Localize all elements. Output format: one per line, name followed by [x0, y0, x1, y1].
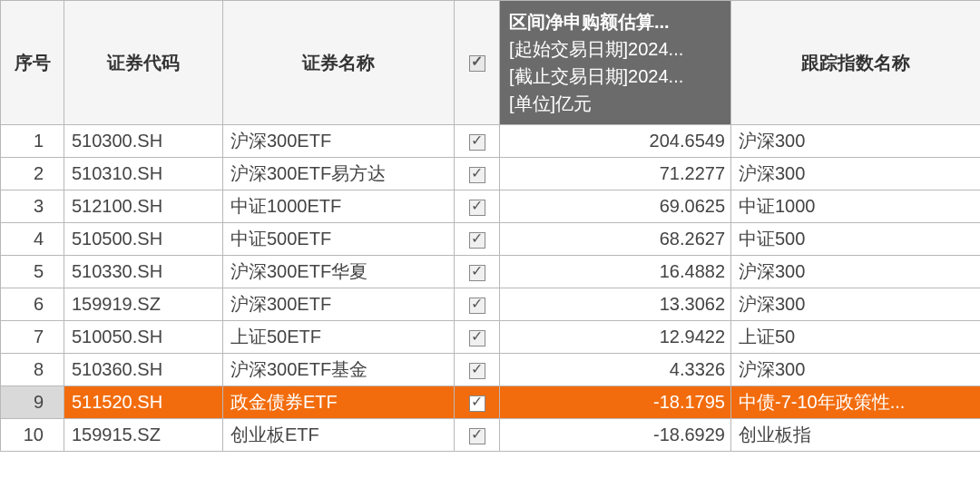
- cell-value: 16.4882: [500, 256, 731, 288]
- cell-name: 沪深300ETF: [223, 288, 455, 321]
- header-name[interactable]: 证券名称: [223, 1, 455, 125]
- cell-name: 创业板ETF: [223, 419, 455, 452]
- cell-name: 政金债券ETF: [223, 386, 455, 419]
- cell-code: 510310.SH: [64, 158, 223, 190]
- cell-code: 510300.SH: [64, 125, 223, 158]
- header-index[interactable]: 跟踪指数名称: [731, 1, 981, 125]
- cell-value: 71.2277: [500, 158, 731, 190]
- cell-name: 沪深300ETF易方达: [223, 158, 455, 190]
- cell-check[interactable]: [455, 419, 500, 452]
- cell-value: 204.6549: [500, 125, 731, 158]
- header-code[interactable]: 证券代码: [64, 1, 223, 125]
- checkbox-icon[interactable]: [469, 363, 485, 379]
- cell-number: 7: [1, 321, 64, 354]
- cell-index: 创业板指: [731, 419, 981, 452]
- cell-index: 沪深300: [731, 158, 981, 190]
- cell-index: 中证500: [731, 223, 981, 256]
- table-row[interactable]: 2510310.SH沪深300ETF易方达71.2277沪深300: [1, 158, 981, 190]
- cell-check[interactable]: [455, 288, 500, 321]
- header-value-line1: [起始交易日期]2024...: [509, 35, 721, 63]
- cell-code: 512100.SH: [64, 190, 223, 223]
- cell-name: 沪深300ETF华夏: [223, 256, 455, 288]
- cell-code: 159915.SZ: [64, 419, 223, 452]
- cell-check[interactable]: [455, 223, 500, 256]
- header-number[interactable]: 序号: [1, 1, 64, 125]
- cell-value: 13.3062: [500, 288, 731, 321]
- table-row[interactable]: 8510360.SH沪深300ETF基金4.3326沪深300: [1, 354, 981, 386]
- cell-value: 69.0625: [500, 190, 731, 223]
- cell-check[interactable]: [455, 386, 500, 419]
- cell-name: 中证1000ETF: [223, 190, 455, 223]
- cell-number: 8: [1, 354, 64, 386]
- cell-index: 沪深300: [731, 354, 981, 386]
- checkbox-icon[interactable]: [469, 298, 485, 314]
- header-value[interactable]: 区间净申购额估算... [起始交易日期]2024... [截止交易日期]2024…: [500, 1, 731, 125]
- table-row[interactable]: 6159919.SZ沪深300ETF13.3062沪深300: [1, 288, 981, 321]
- cell-name: 沪深300ETF基金: [223, 354, 455, 386]
- cell-index: 沪深300: [731, 256, 981, 288]
- cell-code: 510500.SH: [64, 223, 223, 256]
- table-row[interactable]: 10159915.SZ创业板ETF-18.6929创业板指: [1, 419, 981, 452]
- cell-number: 3: [1, 190, 64, 223]
- cell-code: 510050.SH: [64, 321, 223, 354]
- cell-check[interactable]: [455, 321, 500, 354]
- cell-index: 沪深300: [731, 288, 981, 321]
- checkbox-icon[interactable]: [469, 134, 485, 151]
- cell-index: 中债-7-10年政策性...: [731, 386, 981, 419]
- cell-number: 10: [1, 419, 64, 452]
- checkbox-icon[interactable]: [469, 428, 485, 444]
- cell-name: 上证50ETF: [223, 321, 455, 354]
- cell-code: 510330.SH: [64, 256, 223, 288]
- cell-value: 4.3326: [500, 354, 731, 386]
- checkbox-icon[interactable]: [469, 200, 485, 216]
- cell-number: 9: [1, 386, 64, 419]
- checkbox-icon[interactable]: [469, 167, 485, 183]
- table-header-row: 序号 证券代码 证券名称 区间净申购额估算... [起始交易日期]2024...…: [1, 1, 981, 125]
- cell-number: 6: [1, 288, 64, 321]
- cell-code: 511520.SH: [64, 386, 223, 419]
- securities-table: 序号 证券代码 证券名称 区间净申购额估算... [起始交易日期]2024...…: [0, 0, 980, 452]
- cell-value: -18.6929: [500, 419, 731, 452]
- table-row[interactable]: 3512100.SH中证1000ETF69.0625中证1000: [1, 190, 981, 223]
- table-row[interactable]: 7510050.SH上证50ETF12.9422上证50: [1, 321, 981, 354]
- table-row[interactable]: 4510500.SH中证500ETF68.2627中证500: [1, 223, 981, 256]
- cell-number: 2: [1, 158, 64, 190]
- cell-name: 中证500ETF: [223, 223, 455, 256]
- cell-index: 上证50: [731, 321, 981, 354]
- cell-number: 5: [1, 256, 64, 288]
- cell-check[interactable]: [455, 354, 500, 386]
- checkbox-icon[interactable]: [469, 395, 485, 412]
- cell-index: 沪深300: [731, 125, 981, 158]
- cell-value: 12.9422: [500, 321, 731, 354]
- checkbox-icon[interactable]: [469, 330, 485, 346]
- cell-index: 中证1000: [731, 190, 981, 223]
- header-check[interactable]: [455, 1, 500, 125]
- cell-value: -18.1795: [500, 386, 731, 419]
- cell-check[interactable]: [455, 158, 500, 190]
- cell-number: 1: [1, 125, 64, 158]
- checkbox-icon[interactable]: [469, 232, 485, 249]
- cell-code: 510360.SH: [64, 354, 223, 386]
- cell-check[interactable]: [455, 125, 500, 158]
- header-checkbox-icon[interactable]: [469, 55, 485, 72]
- table-row[interactable]: 1510300.SH沪深300ETF204.6549沪深300: [1, 125, 981, 158]
- cell-check[interactable]: [455, 256, 500, 288]
- header-value-title: 区间净申购额估算...: [509, 8, 721, 35]
- cell-value: 68.2627: [500, 223, 731, 256]
- table-row[interactable]: 5510330.SH沪深300ETF华夏16.4882沪深300: [1, 256, 981, 288]
- cell-name: 沪深300ETF: [223, 125, 455, 158]
- checkbox-icon[interactable]: [469, 265, 485, 281]
- cell-code: 159919.SZ: [64, 288, 223, 321]
- cell-number: 4: [1, 223, 64, 256]
- cell-check[interactable]: [455, 190, 500, 223]
- header-value-line2: [截止交易日期]2024...: [509, 63, 721, 90]
- header-value-line3: [单位]亿元: [509, 90, 721, 117]
- table-row[interactable]: 9511520.SH政金债券ETF-18.1795中债-7-10年政策性...: [1, 386, 981, 419]
